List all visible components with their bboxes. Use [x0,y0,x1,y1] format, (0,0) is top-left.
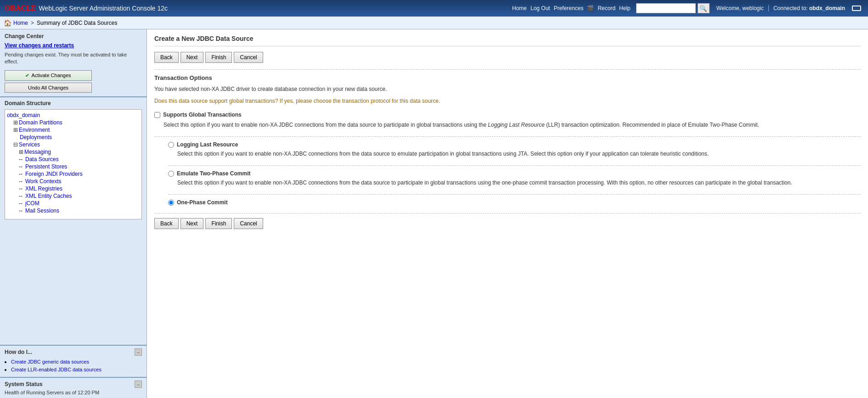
tree-persistent-stores[interactable]: --Persistent Stores [7,163,140,170]
question-text: Does this data source support global tra… [154,97,861,105]
cancel-button-top[interactable]: Cancel [234,52,263,63]
mid-divider-2 [168,165,861,166]
llr-block: Logging Last Resource Select this option… [168,141,861,158]
main-content: Create a New JDBC Data Source Back Next … [147,29,868,398]
how-do-i-link-1[interactable]: Create LLR-enabled JDBC data sources [11,367,101,372]
view-changes-link[interactable]: View changes and restarts [5,42,142,49]
activate-changes-button[interactable]: ✔Activate Changes [5,70,92,81]
two-phase-radio[interactable] [168,171,174,177]
tree-root[interactable]: obdx_domain [7,112,140,119]
check-icon: ✔ [25,73,29,78]
system-status-collapse-button[interactable]: – [135,381,142,388]
tree-xml-entity-caches[interactable]: --XML Entity Caches [7,192,140,200]
domain-structure-title: Domain Structure [5,100,142,107]
system-status-section: System Status – Health of Running Server… [0,378,147,398]
how-do-i-collapse-button[interactable]: – [135,348,142,356]
tree-deployments[interactable]: Deployments [7,134,140,141]
tree-domain-partitions[interactable]: ⊞Domain Partitions [7,119,140,126]
search-input[interactable] [636,3,696,13]
health-text: Health of Running Servers as of 12:20 PM [5,390,142,395]
one-phase-block: One-Phase Commit [168,199,861,206]
connected-label: Connected to: [773,5,808,11]
nav-preferences[interactable]: Preferences [554,5,584,11]
intro-text: You have selected non-XA JDBC driver to … [154,85,861,93]
navbar: 🏠 Home > Summary of JDBC Data Sources [0,17,868,29]
two-phase-label-row: Emulate Two-Phase Commit [168,170,861,177]
next-button-top[interactable]: Next [180,52,204,63]
welcome-info: Welcome, weblogic [716,5,764,11]
bottom-button-row: Back Next Finish Cancel [154,218,861,229]
how-do-i-list: Create JDBC generic data sources Create … [5,359,142,373]
section-heading: Transaction Options [154,74,861,81]
undo-all-changes-button[interactable]: Undo All Changes [5,83,92,93]
breadcrumb-separator: > [31,20,34,26]
sidebar: Change Center View changes and restarts … [0,29,147,398]
finish-button-bottom[interactable]: Finish [205,218,232,229]
tree-work-contexts[interactable]: --Work Contexts [7,178,140,185]
breadcrumb-home[interactable]: Home [13,20,28,26]
tree-data-sources[interactable]: --Data Sources [7,156,140,163]
top-nav: Home Log Out Preferences 🎬 Record Help [512,5,631,11]
top-button-row: Back Next Finish Cancel [154,52,861,63]
cancel-button-bottom[interactable]: Cancel [234,218,263,229]
top-divider [154,69,861,70]
tree-xml-registries[interactable]: --XML Registries [7,185,140,192]
domain-tree[interactable]: obdx_domain ⊞Domain Partitions ⊞Environm… [5,109,142,219]
pending-text: Pending changes exist. They must be acti… [5,51,142,66]
nav-help[interactable]: Help [619,5,631,11]
search-button[interactable]: 🔍 [698,3,710,13]
next-button-bottom[interactable]: Next [180,218,204,229]
how-do-i-section: How do I... – Create JDBC generic data s… [0,346,147,378]
nav-record[interactable]: Record [597,5,615,11]
breadcrumb-current: Summary of JDBC Data Sources [37,20,117,26]
one-phase-label-row: One-Phase Commit [168,199,861,206]
llr-label-row: Logging Last Resource [168,141,861,148]
sub-options: Logging Last Resource Select this option… [154,141,861,206]
tree-foreign-jndi[interactable]: --Foreign JNDI Providers [7,170,140,178]
change-center-title: Change Center [5,33,142,39]
tree-jcom[interactable]: --jCOM [7,200,140,207]
tree-services[interactable]: ⊟Services [7,141,140,148]
change-center: Change Center View changes and restarts … [0,29,147,97]
supports-global-checkbox[interactable] [154,112,160,118]
page-title: Create a New JDBC Data Source [154,35,861,46]
main-layout: Change Center View changes and restarts … [0,29,868,398]
two-phase-desc: Select this option if you want to enable… [168,179,861,187]
how-do-i-title: How do I... [5,349,32,355]
back-button-bottom[interactable]: Back [154,218,179,229]
home-icon: 🏠 [4,19,11,27]
tree-messaging[interactable]: ⊞Messaging [7,148,140,156]
header-search: 🔍 [636,3,710,13]
system-status-title: System Status [5,381,43,387]
header: ORACLE WebLogic Server Administration Co… [0,0,868,17]
domain-info: Connected to: obdx_domain [768,5,845,11]
llr-radio[interactable] [168,142,174,148]
bottom-divider [154,213,861,213]
domain-structure: Domain Structure obdx_domain ⊞Domain Par… [0,97,147,346]
back-button-top[interactable]: Back [154,52,179,63]
finish-button-top[interactable]: Finish [205,52,232,63]
supports-global-desc: Select this option if you want to enable… [154,121,861,129]
two-phase-block: Emulate Two-Phase Commit Select this opt… [168,170,861,187]
app-title: WebLogic Server Administration Console 1… [39,5,168,12]
tree-environment[interactable]: ⊞Environment [7,126,140,134]
tree-mail-sessions[interactable]: --Mail Sessions [7,207,140,214]
how-do-i-link-0[interactable]: Create JDBC generic data sources [11,359,89,364]
mid-divider-1 [154,136,861,137]
domain-name: obdx_domain [809,5,845,11]
nav-home[interactable]: Home [512,5,527,11]
supports-global-label: Supports Global Transactions [154,112,861,118]
record-icon: 🎬 [587,5,594,11]
oracle-logo: ORACLE [5,4,36,12]
supports-global-block: Supports Global Transactions Select this… [154,112,861,129]
one-phase-radio[interactable] [168,200,174,206]
nav-logout[interactable]: Log Out [530,5,550,11]
mid-divider-3 [168,194,861,195]
llr-desc: Select this option if you want to enable… [168,150,861,158]
